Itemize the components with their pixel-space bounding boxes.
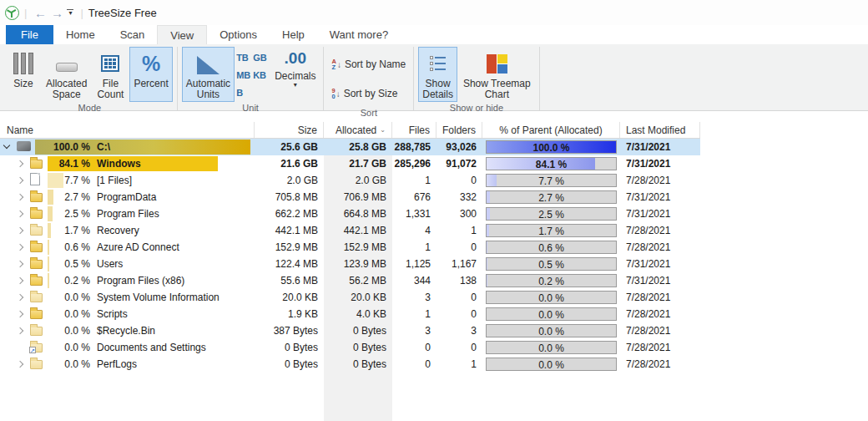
expand-chevron-icon[interactable] <box>17 160 23 167</box>
folder-icon <box>30 193 43 202</box>
expand-chevron-icon[interactable] <box>17 194 23 200</box>
pct-of-parent-cell: 1.7 % <box>482 222 620 239</box>
pct-of-parent-cell: 0.5 % <box>482 256 620 272</box>
folder-icon <box>30 243 43 252</box>
files-cell: 285,296 <box>392 155 437 172</box>
table-row[interactable]: 0.6 %Azure AD Connect152.9 MB152.9 MB100… <box>0 239 700 256</box>
pct-bar-track: 0.0 % <box>486 307 617 321</box>
expand-chevron-icon[interactable] <box>17 177 23 184</box>
unit-gb-button[interactable]: GB <box>253 53 270 67</box>
name-cell: 0.0 %PerfLogs <box>0 356 255 373</box>
table-row[interactable]: 2.5 %Program Files662.2 MB664.8 MB1,3313… <box>0 205 700 222</box>
tab-home[interactable]: Home <box>53 25 108 44</box>
table-row[interactable]: 0.0 %$Recycle.Bin387 Bytes0 Bytes330.0 %… <box>0 322 700 339</box>
expand-chevron-icon[interactable] <box>17 311 23 317</box>
size-button[interactable]: Size <box>7 47 40 102</box>
pct-of-parent-cell: 0.0 % <box>482 356 620 373</box>
pct-bar-track: 0.2 % <box>486 274 617 287</box>
pct-bar-track: 0.6 % <box>486 241 617 254</box>
tab-view[interactable]: View <box>157 25 207 44</box>
tab-file[interactable]: File <box>6 25 53 44</box>
table-row[interactable]: 1.7 %Recovery442.1 MB442.1 MB411.7 %7/28… <box>0 222 700 239</box>
allocated-space-button[interactable]: Allocated Space <box>42 47 91 102</box>
column-header-files[interactable]: Files <box>392 122 437 138</box>
pct-of-parent-cell: 0.0 % <box>482 306 620 322</box>
files-cell: 0 <box>392 339 437 356</box>
folders-cell: 0 <box>437 289 482 306</box>
expand-chevron-icon[interactable] <box>17 244 23 251</box>
size-cell: 662.2 MB <box>255 205 324 222</box>
table-row[interactable]: 100.0 %C:\25.6 GB25.8 GB288,78593,026100… <box>0 139 700 155</box>
ribbon-group-unit: Automatic UnitsTBGBMBKBB.00Decimals▾Unit <box>178 47 325 110</box>
table-row[interactable]: 0.2 %Program Files (x86)55.6 MB56.2 MB34… <box>0 272 700 289</box>
collapse-chevron-icon[interactable] <box>3 142 10 149</box>
column-header-pct-of-parent[interactable]: % of Parent (Allocated) <box>482 122 620 138</box>
files-cell: 1 <box>392 306 437 322</box>
quick-access-dropdown-icon[interactable]: ▾ <box>65 9 75 17</box>
column-header-size[interactable]: Size <box>255 122 324 138</box>
table-row[interactable]: ↗0.0 %Documents and Settings0 Bytes0 Byt… <box>0 339 700 356</box>
pct-bar-track: 0.5 % <box>486 257 617 271</box>
unit-mb-button[interactable]: MB <box>236 70 253 84</box>
sort-by-size-button[interactable]: 90↓Sort by Size <box>328 80 409 107</box>
files-cell: 1,331 <box>392 205 437 222</box>
show-details-button[interactable]: Show Details <box>418 47 457 102</box>
column-header-allocated[interactable]: Allocated⌄ <box>324 122 392 138</box>
tab-scan[interactable]: Scan <box>108 25 158 44</box>
percent-label: 2.7 % <box>48 191 90 203</box>
unit-kb-button[interactable]: KB <box>253 70 270 84</box>
sort-by-name-button[interactable]: AZ↓Sort by Name <box>328 51 409 78</box>
percent-label: 0.6 % <box>48 241 90 253</box>
back-arrow-icon[interactable]: ← <box>32 6 48 20</box>
treemap-icon <box>487 54 507 74</box>
table-row[interactable]: 0.0 %PerfLogs0 Bytes0 Bytes010.0 %7/28/2… <box>0 356 700 373</box>
size-cell: 55.6 MB <box>255 272 324 289</box>
pct-bar-track: 84.1 % <box>486 157 617 170</box>
percent-label: 2.5 % <box>48 208 90 220</box>
forward-arrow-icon[interactable]: → <box>48 6 65 20</box>
expand-chevron-icon[interactable] <box>17 210 23 217</box>
column-header-folders[interactable]: Folders <box>437 122 482 138</box>
expand-chevron-icon[interactable] <box>17 277 23 284</box>
expand-chevron-icon[interactable] <box>17 361 23 368</box>
unit-b-button[interactable]: B <box>236 88 253 102</box>
name-cell: 7.7 %[1 Files] <box>0 172 255 189</box>
expand-chevron-icon[interactable] <box>17 261 23 267</box>
app-title: TreeSize Free <box>88 7 157 19</box>
allocated-cell: 664.8 MB <box>324 205 392 222</box>
table-row[interactable]: 2.7 %ProgramData705.8 MB706.9 MB6763322.… <box>0 189 700 205</box>
decimals-button[interactable]: .00Decimals▾ <box>271 47 319 102</box>
pct-bar-label: 0.0 % <box>487 309 616 321</box>
show-treemap-chart-button[interactable]: Show Treemap Chart <box>459 47 535 102</box>
column-header-last-modified[interactable]: Last Modified <box>620 122 700 138</box>
size-cell: 152.9 MB <box>255 239 324 256</box>
button-label: Sort by Size <box>344 88 398 99</box>
table-row[interactable]: 0.0 %Scripts1.9 KB4.0 KB100.0 %7/28/2021 <box>0 306 700 322</box>
table-row[interactable]: 84.1 %Windows21.6 GB21.7 GB285,29691,072… <box>0 155 700 172</box>
folders-cell: 138 <box>437 272 482 289</box>
expand-chevron-icon[interactable] <box>17 227 23 234</box>
pct-bar-label: 1.7 % <box>487 226 616 237</box>
files-cell: 4 <box>392 222 437 239</box>
expand-chevron-icon[interactable] <box>17 294 23 301</box>
automatic-units-button[interactable]: Automatic Units <box>182 47 235 102</box>
table-row[interactable]: 7.7 %[1 Files]2.0 GB2.0 GB107.7 %7/28/20… <box>0 172 700 189</box>
name-cell: 0.5 %Users <box>0 256 255 272</box>
tab-options[interactable]: Options <box>207 25 270 44</box>
last-modified-cell: 7/28/2021 <box>620 222 700 239</box>
button-label: Allocated Space <box>46 79 87 100</box>
name-cell: 0.0 %System Volume Information <box>0 289 255 306</box>
table-row[interactable]: 0.0 %System Volume Information20.0 KB20.… <box>0 289 700 306</box>
file-count-button[interactable]: File Count <box>93 47 128 102</box>
percent-button[interactable]: %Percent <box>129 47 172 102</box>
table-row[interactable]: 0.5 %Users122.4 MB123.9 MB1,1251,1670.5 … <box>0 256 700 272</box>
pct-bar-track: 0.0 % <box>486 341 617 354</box>
unit-tb-button[interactable]: TB <box>236 53 253 67</box>
tab-want-more[interactable]: Want more? <box>317 25 401 44</box>
percent-label: 84.1 % <box>48 158 90 170</box>
column-header-name[interactable]: Name <box>0 122 255 138</box>
button-label: Show Treemap Chart <box>463 79 531 100</box>
tab-help[interactable]: Help <box>270 25 317 44</box>
unit-letter-buttons: TBGBMBKBB <box>236 47 270 102</box>
expand-chevron-icon[interactable] <box>17 327 23 334</box>
